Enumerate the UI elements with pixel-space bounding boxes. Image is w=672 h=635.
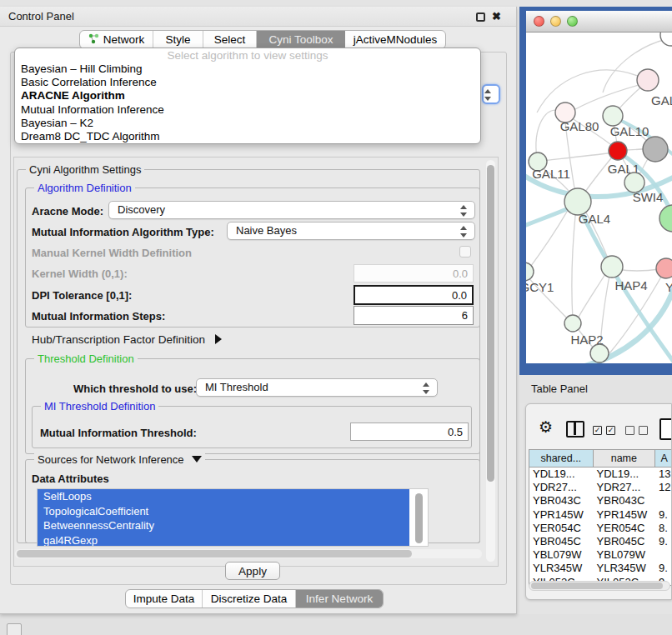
- tab-cyni-toolbox-label: Cyni Toolbox: [268, 33, 333, 46]
- network-node-label: GAL80: [560, 119, 599, 133]
- float-panel-icon[interactable]: [476, 12, 485, 22]
- algorithm-popup-list[interactable]: Select algorithm to view settings Bayesi…: [14, 48, 481, 144]
- which-threshold-label: Which threshold to use:: [73, 382, 197, 395]
- sources-label: Sources for Network Inference: [38, 453, 184, 466]
- algorithm-popup-item[interactable]: Bayesian – K2: [15, 117, 480, 130]
- settings-hscrollbar-thumb[interactable]: [17, 550, 412, 558]
- network-node-y[interactable]: [656, 258, 672, 278]
- which-threshold-combobox[interactable]: MI Threshold: [196, 378, 438, 397]
- combo-stepper-icon: [423, 382, 431, 395]
- network-edge[interactable]: [572, 208, 576, 320]
- table-row[interactable]: YBR045CYBR045C9.: [529, 535, 672, 548]
- tab-jactivemnodules[interactable]: jActiveMNodules: [345, 31, 445, 48]
- tab-impute-data-label: Impute Data: [133, 592, 195, 605]
- kernel-width-input[interactable]: [354, 264, 474, 282]
- mi-threshold-input[interactable]: [350, 422, 469, 441]
- data-attribute-item[interactable]: BetweennessCentrality: [38, 518, 428, 533]
- algorithm-popup-item[interactable]: Bayesian – Hill Climbing: [15, 62, 480, 76]
- attributes-scrollbar-thumb[interactable]: [415, 493, 423, 543]
- column-header-name[interactable]: name: [594, 450, 656, 467]
- close-icon[interactable]: ✖: [492, 10, 501, 22]
- table-cell: YBR043C: [594, 494, 656, 508]
- tab-infer-network[interactable]: Infer Network: [296, 590, 383, 608]
- zoom-traffic-light[interactable]: [567, 16, 578, 27]
- network-node-gal[interactable]: [637, 69, 659, 91]
- network-edge[interactable]: [537, 70, 644, 112]
- network-node[interactable]: [643, 137, 668, 162]
- network-node-hap2[interactable]: [564, 315, 581, 332]
- data-attribute-item[interactable]: TopologicalCoefficient: [38, 504, 428, 519]
- column-header-partial[interactable]: A: [655, 450, 672, 467]
- close-traffic-light[interactable]: [534, 16, 544, 27]
- network-node-label: GAL10: [610, 124, 649, 138]
- mi-steps-input[interactable]: [354, 306, 474, 325]
- table-row[interactable]: YLR345WYLR345W9.: [529, 562, 672, 575]
- tab-style[interactable]: Style: [153, 31, 203, 48]
- checked-checkbox-icon[interactable]: ✓: [593, 426, 602, 435]
- minimized-panel-icon[interactable]: [7, 623, 22, 635]
- mi-algorithm-type-label: Mutual Information Algorithm Type:: [32, 226, 214, 238]
- tab-select-label: Select: [214, 33, 246, 46]
- network-canvas[interactable]: GALGAL80GAL10GAL1GAL11SWI4GAL4GCY1HAP4YH…: [526, 32, 672, 363]
- threshold-definition-label: Threshold Definition: [34, 352, 138, 365]
- table-row[interactable]: YBL079WYBL079W: [529, 548, 672, 562]
- columns-icon[interactable]: [566, 421, 584, 438]
- apply-button[interactable]: Apply: [225, 562, 280, 580]
- algorithm-popup-item[interactable]: Basic Correlation Inference: [15, 76, 480, 89]
- gear-icon[interactable]: ⚙: [539, 418, 553, 437]
- dpi-tolerance-input[interactable]: [354, 285, 474, 305]
- network-canvas-svg: GALGAL80GAL10GAL1GAL11SWI4GAL4GCY1HAP4YH…: [526, 32, 672, 363]
- hub-definition-expander[interactable]: Hub/Transcription Factor Definition: [32, 333, 222, 346]
- data-attributes-list[interactable]: SelfLoopsTopologicalCoefficientBetweenne…: [37, 488, 429, 547]
- algorithm-popup-item[interactable]: ARACNE Algorithm: [15, 89, 480, 102]
- table-panel: ⚙ ✓ ✓ shared... name A YDL19...YDL19...1…: [525, 403, 672, 600]
- manual-kernel-width-checkbox[interactable]: [459, 246, 471, 258]
- table-row[interactable]: YDR27...YDR27...12: [529, 481, 672, 494]
- tab-discretize-data[interactable]: Discretize Data: [203, 590, 296, 608]
- algorithm-popup-item[interactable]: Mutual Information Inference: [15, 103, 480, 117]
- unchecked-checkbox-icon[interactable]: [639, 426, 648, 435]
- table-row[interactable]: YER054CYER054C8.: [529, 522, 672, 535]
- data-attribute-item[interactable]: SelfLoops: [38, 489, 428, 504]
- table-hscrollbar-thumb[interactable]: [531, 582, 663, 589]
- network-node[interactable]: [660, 32, 672, 46]
- table-cell: 9.: [655, 562, 672, 575]
- sources-expander[interactable]: Sources for Network Inference: [34, 453, 205, 466]
- algorithm-combobox-stepper[interactable]: [482, 84, 500, 104]
- checked-checkbox-icon[interactable]: ✓: [606, 426, 615, 435]
- table-row[interactable]: YDL19...YDL19...13: [529, 468, 672, 481]
- document-icon[interactable]: [659, 418, 672, 440]
- table-row[interactable]: YPR145WYPR145W9.: [529, 508, 672, 522]
- control-panel-titlebar: Control Panel ✖: [0, 7, 516, 27]
- network-window-titlebar[interactable]: [526, 11, 672, 32]
- mi-threshold-definition-label: MI Threshold Definition: [41, 400, 158, 412]
- network-node-gcy1[interactable]: [526, 262, 534, 281]
- control-panel-tabbar: Network Style Select Cyni Toolbox jActiv…: [79, 30, 446, 49]
- data-attribute-item[interactable]: gal4RGexp: [38, 533, 428, 548]
- table-cell: YLR345W: [594, 562, 656, 575]
- tab-network[interactable]: Network: [80, 31, 153, 48]
- network-node-label: SWI4: [633, 190, 664, 204]
- unchecked-checkbox-icon[interactable]: [625, 426, 634, 435]
- tab-cyni-toolbox[interactable]: Cyni Toolbox: [257, 31, 345, 48]
- combo-stepper-icon: [460, 225, 469, 238]
- algorithm-popup-item[interactable]: Dream8 DC_TDC Algorithm: [15, 130, 480, 143]
- network-node-gal1[interactable]: [609, 142, 627, 160]
- tab-impute-data[interactable]: Impute Data: [126, 590, 203, 608]
- minimize-traffic-light[interactable]: [550, 16, 561, 27]
- network-view-window: GALGAL80GAL10GAL1GAL11SWI4GAL4GCY1HAP4YH…: [519, 7, 672, 375]
- column-header-shared-name[interactable]: shared...: [529, 450, 594, 467]
- table-row[interactable]: YBR043CYBR043C: [529, 494, 672, 508]
- tab-select[interactable]: Select: [203, 31, 257, 48]
- network-node-hap4[interactable]: [601, 256, 623, 278]
- mi-steps-label: Mutual Information Steps:: [32, 310, 165, 322]
- network-node-gal10[interactable]: [603, 106, 623, 126]
- network-edge[interactable]: [541, 152, 614, 161]
- mi-algorithm-type-combobox[interactable]: Naive Bayes: [227, 222, 475, 240]
- network-node[interactable]: [590, 344, 609, 362]
- aracne-mode-combobox[interactable]: Discovery: [108, 201, 475, 219]
- settings-vscrollbar-thumb[interactable]: [487, 165, 494, 482]
- control-panel-title: Control Panel: [8, 10, 74, 22]
- network-node[interactable]: [659, 205, 672, 232]
- network-edge-highlighted[interactable]: [572, 287, 672, 363]
